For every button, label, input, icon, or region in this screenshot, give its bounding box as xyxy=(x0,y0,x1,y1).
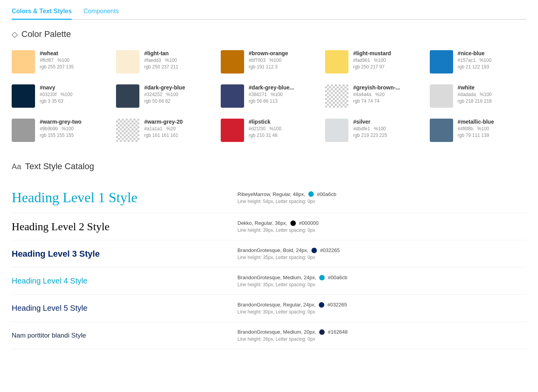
color-hex: #324252 xyxy=(144,92,162,97)
color-name: #dark-grey-blue xyxy=(144,84,185,91)
color-rgb: rgb 219 223 225 xyxy=(353,133,387,138)
tab-components[interactable]: Components xyxy=(83,8,119,20)
color-swatch xyxy=(325,50,348,74)
color-name: #lipstick xyxy=(249,119,281,125)
color-item: #dark-grey-blue#324252%100rgb 50 66 82 xyxy=(116,84,213,108)
color-name: #light-mustard xyxy=(353,50,391,56)
color-opacity: %100 xyxy=(480,92,492,97)
color-item: #white#dadada%100rgb 218 218 218 xyxy=(430,84,526,108)
color-item: #lipstick#d21f30%100rgb 210 31 48 xyxy=(221,119,317,142)
color-opacity: %100 xyxy=(477,126,489,131)
color-hex-row: #faedd3%100 xyxy=(144,58,178,63)
text-style-preview-text: Nam porttitor blandi Style xyxy=(12,332,86,339)
text-style-color-hex: #032265 xyxy=(327,302,347,308)
color-rgb: rgb 250 217 97 xyxy=(353,64,391,70)
color-opacity: %100 xyxy=(269,58,281,63)
color-info: #lipstick#d21f30%100rgb 210 31 48 xyxy=(249,119,281,138)
text-style-row: Heading Level 4 StyleBrandonGrotesque, M… xyxy=(12,268,526,295)
text-style-meta-bottom: Line height: 54px, Letter spacing: 0px xyxy=(237,199,526,204)
color-info: #dark-grey-blue...#384271%100rgb 56 66 1… xyxy=(249,84,294,104)
color-name: #navy xyxy=(40,84,72,91)
color-info: #nice-blue#157ac1%100rgb 21 122 193 xyxy=(458,50,492,70)
color-hex: #dbdfe1 xyxy=(353,126,370,131)
color-item: #brown-orange#bf7003%100rgb 191 112 3 xyxy=(221,50,317,74)
text-style-preview: Nam porttitor blandi Style xyxy=(12,332,237,340)
color-name: #light-tan xyxy=(144,50,178,56)
text-catalog-icon: Aa xyxy=(12,162,21,171)
color-rgb: rgb 191 112 3 xyxy=(249,64,288,70)
color-swatch xyxy=(116,119,139,142)
text-style-preview-text: Heading Level 3 Style xyxy=(12,249,100,259)
text-style-color-hex: #00a6cb xyxy=(328,275,347,280)
color-item: #metallic-blue#4f6f8b%100rgb 79 111 139 xyxy=(430,119,526,142)
text-style-meta-top: BrandonGrotesque, Bold, 24px,#032265 xyxy=(237,247,526,253)
text-style-preview: Heading Level 1 Style xyxy=(12,189,237,206)
color-hex-row: #dbdfe1%100 xyxy=(353,126,387,131)
color-hex-row: #03233f%100 xyxy=(40,92,72,97)
text-style-meta-top: BrandonGrotesque, Medium, 20px,#162648 xyxy=(237,329,526,335)
color-hex: #bf7003 xyxy=(249,58,265,63)
color-hex-row: #324252%100 xyxy=(144,92,185,97)
color-hex-row: #9b9b9b%100 xyxy=(40,126,81,131)
color-name: #metallic-blue xyxy=(458,119,494,125)
text-style-meta-top: BrandonGrotesque, Regular, 24px,#032265 xyxy=(237,302,526,308)
tab-colors-text[interactable]: Colors & Text Styles xyxy=(12,8,72,20)
color-hex-row: #4f6f8b%100 xyxy=(458,126,494,131)
color-swatch xyxy=(430,119,453,142)
color-info: #metallic-blue#4f6f8b%100rgb 79 111 139 xyxy=(458,119,494,138)
color-rgb: rgb 250 237 211 xyxy=(144,64,178,70)
text-style-meta-top: Dekko, Regular, 36px,#000000 xyxy=(237,220,526,226)
text-style-color-dot xyxy=(308,191,314,197)
color-info: #brown-orange#bf7003%100rgb 191 112 3 xyxy=(249,50,288,70)
color-rgb: rgb 56 66 113 xyxy=(249,98,294,104)
color-item: #light-tan#faedd3%100rgb 250 237 211 xyxy=(116,50,213,74)
color-name: #warm-grey-20 xyxy=(144,119,183,125)
color-info: #greyish-brown-...#4a4a4a%20rgb 74 74 74 xyxy=(353,84,400,104)
text-style-color-dot xyxy=(290,220,296,226)
color-info: #light-mustard#fad961%100rgb 250 217 97 xyxy=(353,50,391,70)
text-style-font-info: RibeyeMarrow, Regular, 48px, xyxy=(237,191,305,197)
color-rgb: rgb 79 111 139 xyxy=(458,133,494,138)
color-opacity: %100 xyxy=(58,58,70,63)
text-style-row: Heading Level 5 StyleBrandonGrotesque, R… xyxy=(12,295,526,322)
color-name: #white xyxy=(458,84,492,91)
color-opacity: %100 xyxy=(374,58,386,63)
text-style-preview-text: Heading Level 5 Style xyxy=(12,304,88,312)
color-swatch xyxy=(430,84,453,108)
color-info: #warm-grey-two#9b9b9b%100rgb 155 155 155 xyxy=(40,119,81,138)
color-rgb: rgb 50 66 82 xyxy=(144,98,185,104)
color-rgb: rgb 21 122 193 xyxy=(458,64,492,70)
color-opacity: %100 xyxy=(166,92,178,97)
color-hex: #9b9b9b xyxy=(40,126,58,131)
color-name: #warm-grey-two xyxy=(40,119,81,125)
color-palette-title: Color Palette xyxy=(21,29,71,39)
text-style-preview: Heading Level 2 Style xyxy=(12,220,237,233)
color-swatch xyxy=(116,50,139,74)
color-rgb: rgb 3 35 63 xyxy=(40,98,72,104)
text-style-font-info: Dekko, Regular, 36px, xyxy=(237,220,287,226)
color-grid: #wheat#ffcf87%100rgb 255 207 135#light-t… xyxy=(12,50,526,142)
text-style-font-info: BrandonGrotesque, Medium, 20px, xyxy=(237,329,316,335)
color-swatch xyxy=(12,50,35,74)
color-rgb: rgb 161 161 161 xyxy=(144,133,183,138)
color-item: #nice-blue#157ac1%100rgb 21 122 193 xyxy=(430,50,526,74)
color-hex: #ffcf87 xyxy=(40,58,54,63)
color-hex: #a1a1a1 xyxy=(144,126,162,131)
color-swatch xyxy=(221,50,244,74)
text-style-preview-text: Heading Level 4 Style xyxy=(12,276,88,285)
color-swatch xyxy=(116,84,139,108)
text-style-font-info: BrandonGrotesque, Bold, 24px, xyxy=(237,247,308,253)
color-item: #greyish-brown-...#4a4a4a%20rgb 74 74 74 xyxy=(325,84,422,108)
text-style-color-hex: #032265 xyxy=(320,247,340,253)
text-style-meta-top: RibeyeMarrow, Regular, 48px,#00a6cb xyxy=(237,191,526,197)
color-hex-row: #384271%100 xyxy=(249,92,294,97)
color-hex: #dadada xyxy=(458,92,476,97)
text-style-preview: Heading Level 3 Style xyxy=(12,249,237,259)
color-opacity: %20 xyxy=(375,92,385,97)
color-opacity: %100 xyxy=(165,58,177,63)
color-swatch xyxy=(325,84,348,108)
text-style-meta-bottom: Line height: 35px, Letter spacing: 0px xyxy=(237,255,526,260)
color-info: #dark-grey-blue#324252%100rgb 50 66 82 xyxy=(144,84,185,104)
color-hex: #4a4a4a xyxy=(353,92,371,97)
color-opacity: %100 xyxy=(62,126,74,131)
